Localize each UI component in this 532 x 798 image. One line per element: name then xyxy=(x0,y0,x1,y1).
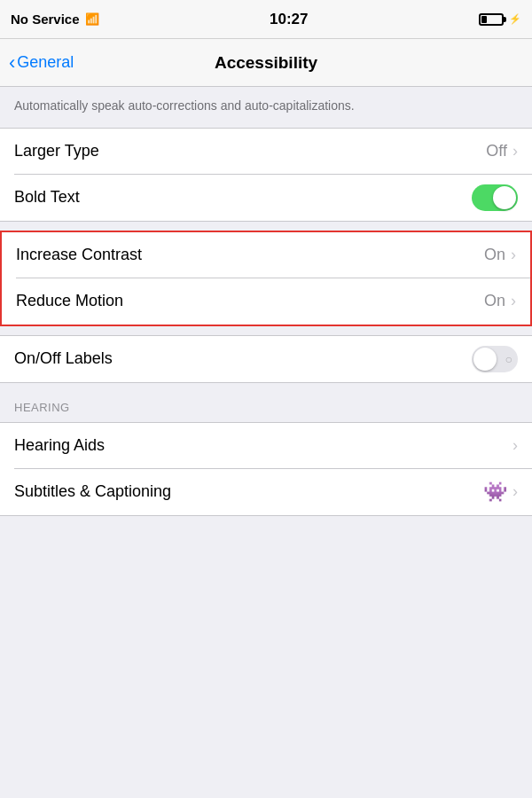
hearing-aids-right: › xyxy=(512,436,518,455)
nav-bar: ‹ General Accessibility xyxy=(0,39,532,87)
back-chevron-icon: ‹ xyxy=(9,51,15,74)
reduce-motion-chevron: › xyxy=(511,292,516,310)
hearing-aids-chevron: › xyxy=(512,436,518,455)
subtitles-monster-icon: 👾 xyxy=(483,481,507,504)
vision-settings-group: Larger Type Off › Bold Text xyxy=(0,128,532,222)
reduce-motion-row[interactable]: Reduce Motion On › xyxy=(2,278,530,325)
larger-type-value: Off xyxy=(486,142,507,160)
labels-settings-group: On/Off Labels xyxy=(0,335,532,383)
reduce-motion-label: Reduce Motion xyxy=(16,292,123,310)
larger-type-label: Larger Type xyxy=(14,142,99,160)
hearing-header-text: HEARING xyxy=(14,401,70,414)
bold-text-toggle[interactable] xyxy=(472,184,518,211)
onoff-labels-right xyxy=(472,346,518,372)
hearing-section-header: HEARING xyxy=(0,383,532,422)
description-text: Automatically speak auto-corrections and… xyxy=(14,98,355,113)
subtitles-right: 👾 › xyxy=(483,481,518,504)
larger-type-chevron: › xyxy=(512,142,518,160)
bold-text-right xyxy=(472,184,518,211)
increase-contrast-row[interactable]: Increase Contrast On › xyxy=(2,232,530,278)
larger-type-row[interactable]: Larger Type Off › xyxy=(0,129,532,175)
increase-contrast-label: Increase Contrast xyxy=(16,246,142,264)
hearing-aids-label: Hearing Aids xyxy=(14,436,105,455)
back-button[interactable]: ‹ General xyxy=(9,51,74,74)
carrier-label: No Service xyxy=(11,12,80,27)
subtitles-row[interactable]: Subtitles & Captioning 👾 › xyxy=(0,469,532,515)
page-title: Accessibility xyxy=(215,53,317,73)
status-time: 10:27 xyxy=(270,11,308,28)
increase-contrast-right: On › xyxy=(484,246,516,264)
onoff-toggle-knob xyxy=(473,348,497,371)
onoff-labels-label: On/Off Labels xyxy=(14,349,113,368)
subtitles-label: Subtitles & Captioning xyxy=(14,482,171,501)
status-right: ⚡ xyxy=(479,13,521,26)
bold-text-row[interactable]: Bold Text xyxy=(0,175,532,221)
hearing-settings-group: Hearing Aids › Subtitles & Captioning 👾 … xyxy=(0,422,532,516)
section-gap-1 xyxy=(0,222,532,231)
status-bar: No Service 📶 10:27 ⚡ xyxy=(0,0,532,39)
increase-contrast-chevron: › xyxy=(511,246,516,264)
reduce-motion-right: On › xyxy=(484,292,516,310)
toggle-knob xyxy=(493,186,516,209)
description-section: Automatically speak auto-corrections and… xyxy=(0,87,532,128)
increase-contrast-value: On xyxy=(484,246,505,264)
subtitles-chevron: › xyxy=(512,482,518,501)
bold-text-label: Bold Text xyxy=(14,188,80,207)
hearing-aids-row[interactable]: Hearing Aids › xyxy=(0,423,532,469)
status-left: No Service 📶 xyxy=(11,12,99,27)
charging-icon: ⚡ xyxy=(509,13,521,25)
section-gap-2 xyxy=(0,326,532,335)
wifi-icon: 📶 xyxy=(85,12,99,26)
contrast-motion-group: Increase Contrast On › Reduce Motion On … xyxy=(0,231,532,326)
onoff-labels-row[interactable]: On/Off Labels xyxy=(0,336,532,382)
larger-type-right: Off › xyxy=(486,142,518,160)
back-label: General xyxy=(17,53,74,72)
battery-icon xyxy=(479,13,504,26)
reduce-motion-value: On xyxy=(484,292,505,310)
onoff-labels-toggle[interactable] xyxy=(472,346,518,372)
